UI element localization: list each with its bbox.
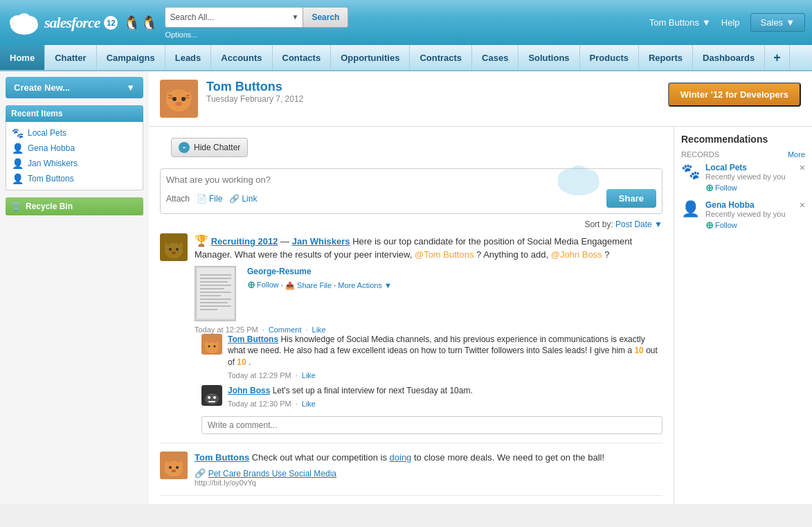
comments-area: Tom Buttons His knowledge of Social Medi… <box>201 334 662 434</box>
post-1-author[interactable]: Jan Whiskers <box>292 236 350 247</box>
post-2-author[interactable]: Tom Buttons <box>195 452 249 463</box>
search-dropdown-arrow[interactable]: ▼ <box>292 13 299 21</box>
post-2-content: Tom Buttons Check out what our competiti… <box>195 452 662 487</box>
comment-2-meta: Today at 12:30 PM · Like <box>228 400 662 408</box>
rec-more-link[interactable]: More <box>788 150 805 159</box>
rec-local-pets-icon: 🐾 <box>681 163 700 193</box>
comment-1-content: Tom Buttons His knowledge of Social Medi… <box>228 334 662 379</box>
nav-item-reports[interactable]: Reports <box>639 45 693 70</box>
rec-local-pets-link[interactable]: Local Pets <box>705 163 805 172</box>
main-content: Create New... ▼ Recent Items 🐾 Local Pet… <box>0 71 812 504</box>
rec-follow-button-1[interactable]: Follow <box>715 184 737 192</box>
nav-item-cases[interactable]: Cases <box>472 45 518 70</box>
nav-item-dashboards[interactable]: Dashboards <box>693 45 765 70</box>
attachment-area: George-Resume ⊕ Follow · 📤 Share File <box>195 266 662 321</box>
comment-2: John Boss Let's set up a final interview… <box>201 385 662 408</box>
create-new-button[interactable]: Create New... ▼ <box>6 77 143 98</box>
nav-item-chatter[interactable]: Chatter <box>45 45 97 70</box>
link-decoration-icon: 🔗 <box>195 468 206 479</box>
rec-close-1[interactable]: × <box>800 163 805 172</box>
nav-item-accounts[interactable]: Accounts <box>211 45 272 70</box>
sales-app-button[interactable]: Sales ▼ <box>750 13 805 32</box>
recent-item-jan-whiskers[interactable]: 👤 Jan Whiskers <box>6 156 143 171</box>
nav-item-more[interactable]: + <box>765 45 790 70</box>
profile-date: Tuesday February 7, 2012 <box>206 94 303 104</box>
recent-item-tom-buttons[interactable]: 👤 Tom Buttons <box>6 171 143 186</box>
search-box: Search All... ▼ <box>165 7 303 28</box>
rec-local-pets-sub: Recently viewed by you <box>705 172 805 181</box>
comment-1-highlight2: 10 <box>237 357 246 367</box>
recent-items-list: 🐾 Local Pets 👤 Gena Hobba 👤 Jan Whiskers… <box>6 122 143 190</box>
comment-2-like[interactable]: Like <box>302 400 316 408</box>
help-link[interactable]: Help <box>721 17 740 28</box>
nav-item-solutions[interactable]: Solutions <box>518 45 579 70</box>
comment-input[interactable] <box>201 416 662 434</box>
rec-follow-button-2[interactable]: Follow <box>715 221 737 229</box>
post-2-link-area: 🔗 Pet Care Brands Use Social Media http:… <box>195 468 662 487</box>
rec-item-local-pets: 🐾 Local Pets Recently viewed by you ⊕ Fo… <box>681 163 805 193</box>
follow-button-attachment[interactable]: ⊕ Follow <box>247 279 279 290</box>
more-actions-link[interactable]: More Actions ▼ <box>338 281 392 289</box>
nav-item-opportunities[interactable]: Opportunities <box>331 45 410 70</box>
options-link[interactable]: Options... <box>165 30 348 39</box>
post-2: Tom Buttons Check out what our competiti… <box>160 452 662 496</box>
user-menu[interactable]: Tom Buttons ▼ <box>649 17 711 28</box>
search-button[interactable]: Search <box>303 7 348 28</box>
attachment-name[interactable]: George-Resume <box>247 267 312 276</box>
comment-1-author[interactable]: Tom Buttons <box>228 334 278 344</box>
recent-item-gena-hobba[interactable]: 👤 Gena Hobba <box>6 141 143 156</box>
top-header: salesforce 12 🐧🐧 Search All... ▼ Search … <box>0 0 812 45</box>
post-1-like-link[interactable]: Like <box>312 325 326 334</box>
link-icon: 🔗 <box>229 194 240 204</box>
hide-chatter-icon <box>179 142 190 153</box>
rec-gena-hobba-info: Gena Hobba Recently viewed by you ⊕ Foll… <box>705 200 805 231</box>
winter-badge-button[interactable]: Winter '12 for Developers <box>668 82 801 107</box>
nav-item-leads[interactable]: Leads <box>165 45 212 70</box>
link-link[interactable]: 🔗 Link <box>229 194 257 204</box>
header-right: Tom Buttons ▼ Help Sales ▼ <box>649 13 805 32</box>
post-2-article-link[interactable]: Pet Care Brands Use Social Media <box>208 469 336 479</box>
svg-line-14 <box>186 98 190 98</box>
svg-point-26 <box>176 248 179 251</box>
comment-2-content: John Boss Let's set up a final interview… <box>228 385 662 408</box>
post-1-comment-link[interactable]: Comment <box>269 325 302 334</box>
center-right-area: Tom Buttons Tuesday February 7, 2012 Win… <box>149 71 812 504</box>
share-button[interactable]: Share <box>606 189 656 208</box>
rec-gena-hobba-link[interactable]: Gena Hobba <box>705 200 805 210</box>
svg-rect-50 <box>208 401 215 402</box>
share-file-icon: 📤 <box>285 281 295 289</box>
penguin-icon: 🐧🐧 <box>123 15 158 31</box>
nav-item-products[interactable]: Products <box>580 45 639 70</box>
post-1-time: Today at 12:25 PM <box>195 325 258 334</box>
nav-item-campaigns[interactable]: Campaigns <box>97 45 165 70</box>
sort-value[interactable]: Post Date ▼ <box>615 220 662 229</box>
local-pets-link[interactable]: Local Pets <box>28 128 66 138</box>
nav-item-contracts[interactable]: Contracts <box>410 45 472 70</box>
svg-rect-30 <box>200 278 231 279</box>
nav-item-home[interactable]: Home <box>0 45 45 70</box>
recycle-bin[interactable]: 🗑️ Recycle Bin <box>6 197 143 215</box>
recent-item-local-pets[interactable]: 🐾 Local Pets <box>6 125 143 141</box>
comment-2-text: John Boss Let's set up a final interview… <box>228 385 662 397</box>
hide-chatter-button[interactable]: Hide Chatter <box>171 138 248 157</box>
rec-gena-hobba-follow: ⊕ Follow <box>705 220 805 231</box>
svg-point-3 <box>17 13 31 26</box>
gena-hobba-link[interactable]: Gena Hobba <box>28 143 75 153</box>
tom-buttons-link[interactable]: Tom Buttons <box>28 174 74 184</box>
svg-rect-29 <box>200 274 231 276</box>
share-file-link[interactable]: 📤 Share File <box>285 281 334 289</box>
file-link[interactable]: 📄 File <box>197 194 222 204</box>
local-pets-icon: 🐾 <box>12 127 24 139</box>
user-avatar <box>160 80 198 118</box>
jan-whiskers-link[interactable]: Jan Whiskers <box>28 159 78 168</box>
post-2-doing-link[interactable]: doing <box>390 452 412 463</box>
post-1-group[interactable]: Recruiting 2012 <box>211 236 278 247</box>
comment-1-like[interactable]: Like <box>302 371 316 379</box>
post-1-text: 🏆 Recruiting 2012 — Jan Whiskers Here is… <box>195 233 662 262</box>
rec-close-2[interactable]: × <box>800 200 805 210</box>
svg-point-20 <box>568 166 589 184</box>
profile-info: Tom Buttons Tuesday February 7, 2012 <box>206 80 303 104</box>
notification-badge[interactable]: 12 <box>104 16 118 30</box>
comment-2-author[interactable]: John Boss <box>228 386 270 395</box>
nav-item-contacts[interactable]: Contacts <box>273 45 332 70</box>
